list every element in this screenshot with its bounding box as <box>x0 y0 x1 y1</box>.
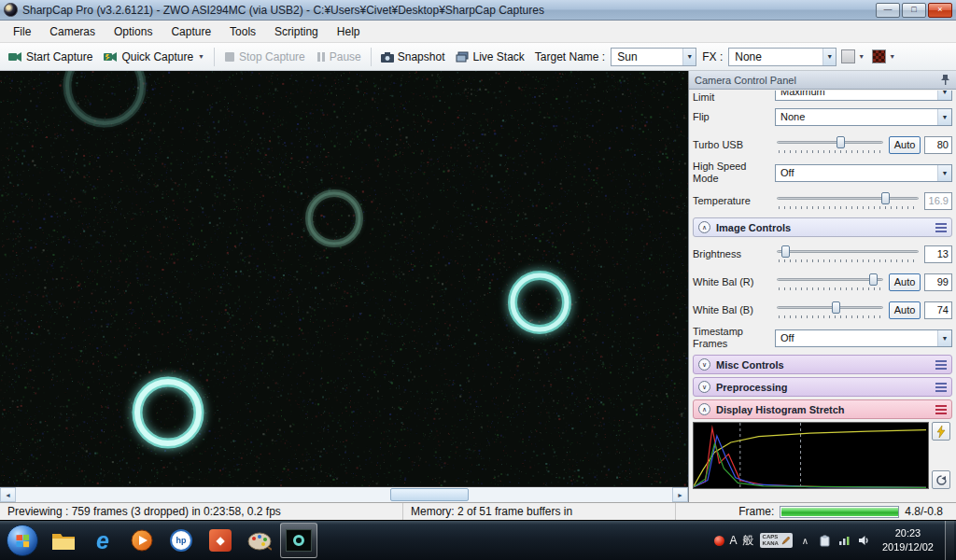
show-desktop-button[interactable] <box>945 521 954 560</box>
menu-cameras[interactable]: Cameras <box>40 22 105 41</box>
menu-icon[interactable] <box>935 223 947 232</box>
histogram-display[interactable] <box>693 422 929 489</box>
high-speed-mode-select[interactable]: Off ▼ <box>775 164 952 182</box>
close-button[interactable]: × <box>928 3 952 18</box>
taskbar-paint-button[interactable] <box>241 523 278 558</box>
white-balance-b-row: White Bal (B) Auto 74 <box>693 296 952 324</box>
menu-file[interactable]: File <box>4 22 40 41</box>
taskbar-app-button[interactable]: ◆ <box>202 523 239 558</box>
taskbar-internet-explorer-button[interactable]: e <box>84 523 121 558</box>
snapshot-button[interactable]: Snapshot <box>376 48 450 66</box>
lightning-icon <box>936 426 946 438</box>
system-tray: A 般 CAPSKANA ∧ 20:23 2019/12/02 <box>710 526 943 554</box>
brightness-slider[interactable] <box>775 244 921 264</box>
chevron-down-icon: ▼ <box>858 53 865 60</box>
taskbar-hp-button[interactable]: hp <box>162 523 200 558</box>
slider-thumb[interactable] <box>869 273 878 286</box>
live-stack-button[interactable]: Live Stack <box>451 48 528 66</box>
toolbar: Start Capture Quick Capture ▼ Stop Captu… <box>0 43 956 71</box>
quick-capture-button[interactable]: Quick Capture ▼ <box>99 48 209 66</box>
sharpcap-preview-icon <box>286 529 312 552</box>
target-name-select[interactable]: Sun ▼ <box>611 48 696 66</box>
white-balance-b-auto-button[interactable]: Auto <box>889 301 921 319</box>
turbo-usb-slider[interactable] <box>775 134 885 155</box>
slider-thumb[interactable] <box>832 301 840 314</box>
turbo-usb-value[interactable]: 80 <box>924 136 952 154</box>
speaker-icon[interactable] <box>857 534 871 548</box>
white-balance-r-auto-button[interactable]: Auto <box>889 273 921 291</box>
ime-mode-indicator[interactable]: 般 <box>743 535 754 546</box>
chevron-down-icon: ▼ <box>937 330 951 346</box>
taskbar-explorer-button[interactable] <box>45 523 82 558</box>
menu-capture[interactable]: Capture <box>162 22 220 41</box>
clipboard-icon[interactable] <box>818 534 832 548</box>
section-image-controls[interactable]: ∧ Image Controls <box>693 217 952 237</box>
menu-icon[interactable] <box>935 383 947 392</box>
scroll-right-icon[interactable]: ► <box>672 487 688 502</box>
frame-progress-fill <box>781 508 898 516</box>
flip-row: Flip None ▼ <box>693 103 952 131</box>
section-misc-controls[interactable]: ∨ Misc Controls <box>693 355 952 374</box>
temperature-value: 16.9 <box>924 192 952 210</box>
folder-icon <box>51 531 76 551</box>
ime-caps-kana-indicator[interactable]: CAPSKANA <box>760 533 793 548</box>
brightness-value[interactable]: 13 <box>924 245 952 263</box>
reset-stretch-button[interactable] <box>932 470 950 489</box>
ime-alpha-indicator[interactable]: A <box>730 535 738 546</box>
layers-icon <box>456 51 469 63</box>
fx-select[interactable]: None ▼ <box>728 48 836 66</box>
turbo-usb-auto-button[interactable]: Auto <box>889 136 921 154</box>
chevron-up-icon: ∧ <box>698 403 710 415</box>
chevron-down-icon: ▼ <box>822 49 836 65</box>
notification-icon[interactable] <box>714 536 724 546</box>
white-balance-b-slider[interactable] <box>775 300 885 320</box>
network-activity-icon[interactable] <box>837 534 851 548</box>
hp-icon: hp <box>170 529 192 552</box>
section-display-histogram-stretch[interactable]: ∧ Display Histogram Stretch <box>693 399 952 419</box>
scroll-left-icon[interactable]: ◄ <box>0 487 16 502</box>
tray-expand-icon[interactable]: ∧ <box>798 534 812 548</box>
minimize-button[interactable]: — <box>876 3 900 18</box>
timestamp-frames-select[interactable]: Off ▼ <box>775 329 952 347</box>
status-frame: Frame: 4.8/-0.8 <box>676 503 956 520</box>
menu-help[interactable]: Help <box>328 22 370 41</box>
selection-tool-button[interactable]: ▼ <box>838 48 867 65</box>
white-balance-b-value[interactable]: 74 <box>924 301 952 319</box>
white-balance-r-row: White Bal (R) Auto 99 <box>693 268 952 296</box>
temperature-row: Temperature 16.9 <box>693 187 952 215</box>
taskbar-media-player-button[interactable] <box>123 523 161 558</box>
grid-icon <box>841 49 855 63</box>
chevron-down-icon: ▼ <box>937 165 951 181</box>
pin-icon[interactable] <box>940 74 950 86</box>
menu-scripting[interactable]: Scripting <box>265 22 328 41</box>
temperature-slider <box>775 190 921 211</box>
section-preprocessing[interactable]: ∨ Preprocessing <box>693 377 952 397</box>
taskbar-sharpcap-button[interactable] <box>280 523 317 558</box>
maximize-button[interactable]: □ <box>902 3 926 18</box>
white-balance-r-slider[interactable] <box>775 272 885 292</box>
scrollbar-track[interactable] <box>16 487 672 502</box>
chevron-down-icon: ▼ <box>889 53 895 60</box>
horizontal-scrollbar[interactable]: ◄ ► <box>0 486 688 502</box>
start-capture-button[interactable]: Start Capture <box>4 48 97 66</box>
flip-select[interactable]: None ▼ <box>775 108 952 126</box>
preview-image-canvas <box>0 71 688 486</box>
histogram-area <box>693 422 952 489</box>
bayer-pattern-button[interactable]: ▼ <box>869 48 898 65</box>
auto-stretch-button[interactable] <box>932 422 950 441</box>
white-balance-r-value[interactable]: 99 <box>924 273 952 291</box>
menu-tools[interactable]: Tools <box>220 22 265 41</box>
menu-icon[interactable] <box>935 360 947 370</box>
menu-options[interactable]: Options <box>105 22 162 41</box>
scrollbar-thumb[interactable] <box>390 488 469 501</box>
frame-rate-limit-select[interactable]: Maximum ▼ <box>775 91 952 101</box>
histogram-canvas <box>694 423 926 488</box>
chevron-down-icon: ▼ <box>198 53 204 60</box>
start-button[interactable] <box>7 525 38 556</box>
chevron-down-icon: ▼ <box>937 109 951 125</box>
frame-label: Frame: <box>738 505 774 518</box>
slider-thumb[interactable] <box>781 245 790 258</box>
slider-thumb[interactable] <box>836 136 845 148</box>
taskbar-clock[interactable]: 20:23 2019/12/02 <box>877 526 939 554</box>
menu-icon[interactable] <box>935 405 947 414</box>
